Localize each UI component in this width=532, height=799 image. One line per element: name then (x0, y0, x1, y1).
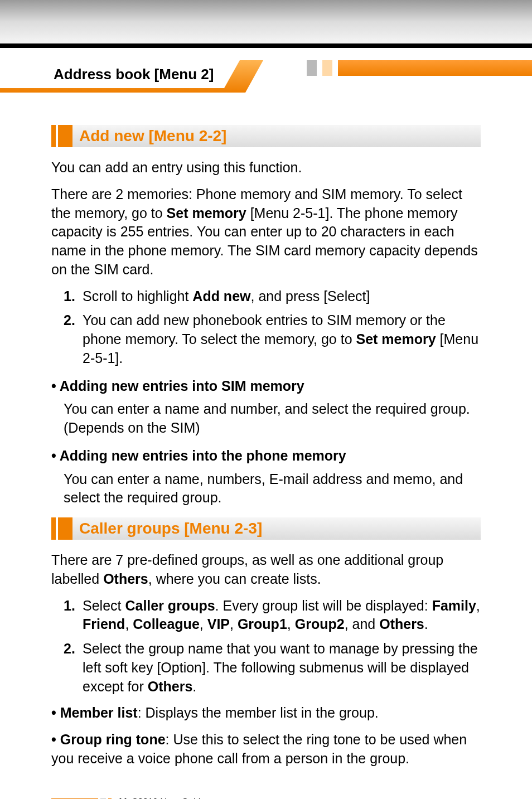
bullet-heading-phone: • Adding new entries into the phone memo… (51, 447, 481, 466)
chapter-title: Address book [Menu 2] (54, 66, 214, 83)
page: Address book [Menu 2] Add new [Menu 2-2]… (0, 0, 532, 799)
bold-others: Others (103, 571, 148, 587)
page-number: 44 (117, 796, 127, 800)
header-spacer (0, 48, 532, 60)
decor-bar-light-orange (322, 60, 332, 76)
text: Scroll to highlight (83, 288, 192, 304)
bold-group: Group1 (238, 616, 287, 632)
bullet-body-sim: You can enter a name and number, and sel… (51, 400, 481, 438)
list-item: 2. You can add new phonebook entries to … (64, 311, 481, 367)
list-item: 1. Select Caller groups. Every group lis… (64, 597, 481, 635)
page-footer: 44 C3310 User Guide (51, 796, 481, 800)
step-number: 2. (64, 311, 83, 367)
step-text: Select Caller groups. Every group list w… (83, 597, 481, 635)
heading-bar-thick (58, 517, 72, 540)
text: . Every group list will be displayed: (215, 598, 432, 613)
text: , (476, 598, 480, 613)
decor-bar-grey (307, 60, 317, 76)
section-heading-label: Add new [Menu 2-2] (72, 125, 481, 147)
bullet-group-ring-tone: • Group ring tone: Use this to select th… (51, 730, 481, 768)
text: . (192, 679, 196, 694)
text: Select (83, 598, 125, 613)
text: , (287, 616, 295, 632)
step-text: You can add new phonebook entries to SIM… (83, 311, 481, 367)
addnew-steps: 1. Scroll to highlight Add new, and pres… (51, 287, 481, 368)
bold-group: VIP (207, 616, 230, 632)
addnew-intro: You can add an entry using this function… (51, 158, 481, 177)
content-area: Add new [Menu 2-2] You can add an entry … (0, 93, 532, 799)
guide-name: C3310 User Guide (132, 796, 206, 800)
section-heading-caller-groups: Caller groups [Menu 2-3] (51, 517, 481, 540)
heading-bar-thick (58, 125, 72, 147)
chapter-title-tab: Address book [Menu 2] (0, 60, 240, 88)
step-text: Select the group name that you want to m… (83, 640, 481, 696)
bold-group: Colleague (133, 616, 199, 632)
step-number: 1. (64, 287, 83, 306)
bold-group: Others (379, 616, 424, 632)
section-heading-add-new: Add new [Menu 2-2] (51, 125, 481, 147)
header-gradient (0, 0, 532, 43)
bullet-lead: • Member list (51, 705, 138, 720)
header-black-bar (0, 43, 532, 48)
text: , and press [Select] (251, 288, 370, 304)
bold-group: Family (432, 598, 476, 613)
bold-group: Group2 (295, 616, 345, 632)
chapter-title-bar: Address book [Menu 2] (0, 60, 532, 93)
bold-set-memory: Set memory (356, 331, 436, 347)
step-text: Scroll to highlight Add new, and press [… (83, 287, 481, 306)
addnew-body: There are 2 memories: Phone memory and S… (51, 185, 481, 279)
text: , and (345, 616, 380, 632)
bullet-rest: : Displays the member list in the group. (138, 705, 379, 720)
section-heading-label: Caller groups [Menu 2-3] (72, 517, 481, 540)
heading-bar-thin (51, 125, 56, 147)
text: Select the group name that you want to m… (83, 641, 478, 694)
title-decor-strip (307, 60, 532, 76)
bullet-member-list: • Member list: Displays the member list … (51, 704, 481, 723)
bold-others: Others (148, 679, 193, 694)
text: . (424, 616, 428, 632)
text: , (200, 616, 207, 632)
text: , (230, 616, 238, 632)
text: , (125, 616, 133, 632)
bold-add-new: Add new (192, 288, 250, 304)
bold-group: Friend (83, 616, 125, 632)
text: , where you can create lists. (148, 571, 321, 587)
list-item: 2. Select the group name that you want t… (64, 640, 481, 696)
step-number: 1. (64, 597, 83, 635)
callergroups-steps: 1. Select Caller groups. Every group lis… (51, 597, 481, 696)
heading-bar-thin (51, 517, 56, 540)
list-item: 1. Scroll to highlight Add new, and pres… (64, 287, 481, 306)
bullet-lead: • Group ring tone (51, 732, 166, 747)
step-number: 2. (64, 640, 83, 696)
bold-set-memory: Set memory (167, 205, 246, 221)
bullet-heading-sim: • Adding new entries into SIM memory (51, 377, 481, 396)
callergroups-intro: There are 7 pre-defined groups, as well … (51, 551, 481, 589)
bold-caller-groups: Caller groups (125, 598, 215, 613)
bullet-body-phone: You can enter a name, numbers, E-mail ad… (51, 470, 481, 508)
decor-bar-orange (338, 60, 532, 76)
